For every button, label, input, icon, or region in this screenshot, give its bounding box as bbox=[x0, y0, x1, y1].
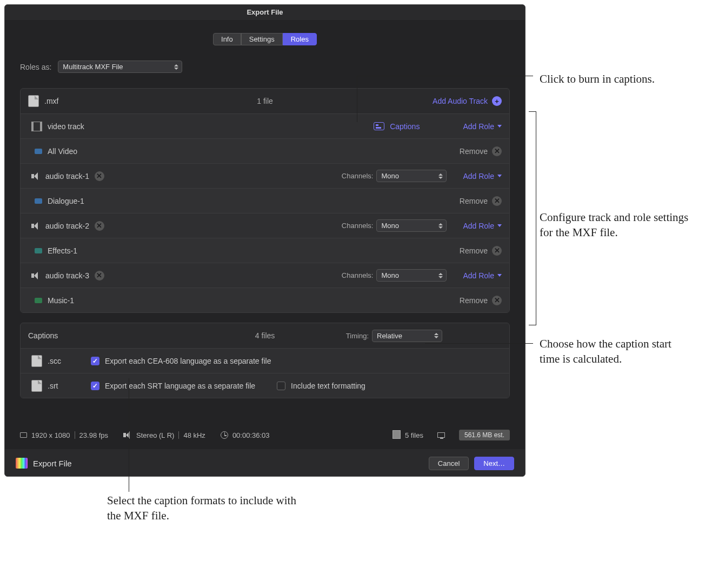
annotation-burn-captions: Click to burn in captions. bbox=[540, 71, 680, 86]
cancel-button[interactable]: Cancel bbox=[429, 457, 469, 470]
monitor-icon bbox=[20, 432, 27, 438]
audio-track-label: audio track-2 bbox=[45, 222, 89, 230]
updown-icon bbox=[174, 64, 178, 70]
chevron-down-icon[interactable] bbox=[497, 274, 502, 277]
speaker-icon bbox=[31, 222, 40, 230]
channels-label: Channels: bbox=[342, 222, 374, 230]
captions-group: Captions 4 files Timing: Relative .scc E… bbox=[20, 323, 510, 398]
remove-label: Remove bbox=[460, 197, 488, 205]
mxf-file-count: 1 file bbox=[257, 97, 273, 105]
tab-strip: Info Settings Roles bbox=[20, 33, 510, 45]
remove-label: Remove bbox=[460, 147, 488, 156]
status-khz: 48 kHz bbox=[183, 431, 205, 439]
file-icon bbox=[28, 95, 39, 107]
role-swatch bbox=[35, 198, 42, 204]
filmstrip-icon bbox=[31, 122, 42, 131]
tab-settings[interactable]: Settings bbox=[241, 33, 283, 45]
status-resolution: 1920 x 1080 bbox=[31, 431, 70, 439]
audio-track-label: audio track-1 bbox=[45, 172, 89, 181]
captions-file-count: 4 files bbox=[255, 331, 275, 340]
caption-ext: .srt bbox=[48, 382, 91, 390]
remove-button[interactable]: ✕ bbox=[492, 146, 502, 156]
srt-option-label: Export each SRT language as a separate f… bbox=[105, 382, 255, 390]
callout-line bbox=[357, 76, 533, 76]
files-icon bbox=[394, 431, 401, 439]
annotation-config-tracks: Configure track and role settings for th… bbox=[540, 210, 696, 240]
delete-track-button[interactable]: ✕ bbox=[95, 171, 104, 181]
tab-roles[interactable]: Roles bbox=[283, 33, 317, 45]
all-video-label: All Video bbox=[48, 147, 77, 156]
callout-line bbox=[425, 343, 533, 344]
srt-export-checkbox[interactable] bbox=[91, 382, 99, 390]
chevron-down-icon[interactable] bbox=[497, 224, 502, 227]
text-formatting-label: Include text formatting bbox=[291, 382, 365, 390]
add-audio-track-plus-icon[interactable]: + bbox=[492, 96, 502, 106]
captions-header: Captions bbox=[28, 331, 58, 340]
remove-button[interactable]: ✕ bbox=[492, 296, 502, 305]
status-audio: Stereo (L R) bbox=[136, 431, 174, 439]
chevron-down-icon[interactable] bbox=[497, 175, 502, 177]
status-fps: 23.98 fps bbox=[79, 431, 109, 439]
divider bbox=[75, 431, 75, 439]
channels-value: Mono bbox=[381, 222, 399, 230]
mxf-group: .mxf 1 file Add Audio Track + video trac… bbox=[20, 88, 510, 313]
roles-as-label: Roles as: bbox=[20, 63, 51, 71]
role-swatch bbox=[35, 298, 42, 303]
channels-value: Mono bbox=[381, 172, 399, 180]
remove-label: Remove bbox=[460, 246, 488, 255]
channels-select[interactable]: Mono bbox=[376, 269, 447, 282]
tab-info[interactable]: Info bbox=[213, 33, 241, 45]
role-label: Dialogue-1 bbox=[48, 197, 84, 205]
captions-icon bbox=[374, 122, 384, 130]
audio-add-role-button[interactable]: Add Role bbox=[463, 222, 494, 230]
updown-icon bbox=[438, 273, 443, 278]
add-audio-track-button[interactable]: Add Audio Track bbox=[433, 97, 488, 105]
status-files: 5 files bbox=[405, 431, 423, 439]
captions-button[interactable]: Captions bbox=[390, 122, 420, 131]
timing-value: Relative bbox=[377, 332, 402, 340]
timing-select[interactable]: Relative bbox=[372, 330, 442, 342]
annotation-caption-formats: Select the caption formats to include wi… bbox=[107, 493, 302, 524]
speaker-icon bbox=[31, 172, 40, 180]
mxf-ext: .mxf bbox=[44, 97, 58, 105]
delete-track-button[interactable]: ✕ bbox=[95, 271, 104, 280]
display-icon bbox=[437, 432, 445, 438]
video-track-label: video track bbox=[48, 122, 84, 131]
updown-icon bbox=[438, 173, 443, 179]
callout-line bbox=[129, 378, 129, 492]
status-size-badge: 561.6 MB est. bbox=[459, 430, 510, 440]
audio-track-label: audio track-3 bbox=[45, 271, 89, 280]
role-label: Music-1 bbox=[48, 296, 74, 305]
status-duration: 00:00:36:03 bbox=[232, 431, 270, 439]
role-swatch bbox=[35, 248, 42, 253]
next-button[interactable]: Next… bbox=[474, 457, 514, 470]
channels-label: Channels: bbox=[342, 172, 374, 180]
channels-value: Mono bbox=[381, 271, 399, 279]
app-logo-icon bbox=[16, 458, 28, 469]
roles-as-select[interactable]: Multitrack MXF File bbox=[58, 61, 182, 73]
scc-export-checkbox[interactable] bbox=[91, 357, 99, 365]
audio-add-role-button[interactable]: Add Role bbox=[463, 172, 494, 181]
speaker-icon bbox=[31, 272, 40, 279]
channels-select[interactable]: Mono bbox=[376, 219, 447, 232]
text-formatting-checkbox[interactable] bbox=[277, 382, 285, 390]
video-add-role-button[interactable]: Add Role bbox=[463, 122, 494, 131]
audio-add-role-button[interactable]: Add Role bbox=[463, 271, 494, 280]
channels-select[interactable]: Mono bbox=[376, 170, 447, 182]
bracket bbox=[529, 111, 536, 325]
delete-track-button[interactable]: ✕ bbox=[95, 221, 104, 231]
status-bar: 1920 x 1080 23.98 fps Stereo (L R) 48 kH… bbox=[5, 421, 525, 449]
updown-icon bbox=[438, 223, 443, 229]
chevron-down-icon[interactable] bbox=[497, 125, 502, 128]
caption-ext: .scc bbox=[48, 357, 91, 365]
remove-button[interactable]: ✕ bbox=[492, 196, 502, 206]
channels-label: Channels: bbox=[342, 271, 374, 279]
remove-button[interactable]: ✕ bbox=[492, 246, 502, 256]
footer-title: Export File bbox=[33, 459, 72, 468]
annotation-timing: Choose how the caption start time is cal… bbox=[540, 336, 691, 367]
divider bbox=[178, 431, 179, 439]
callout-line bbox=[357, 76, 357, 122]
file-icon bbox=[31, 380, 42, 392]
scc-option-label: Export each CEA-608 language as a separa… bbox=[105, 357, 271, 365]
role-label: Effects-1 bbox=[48, 246, 77, 255]
